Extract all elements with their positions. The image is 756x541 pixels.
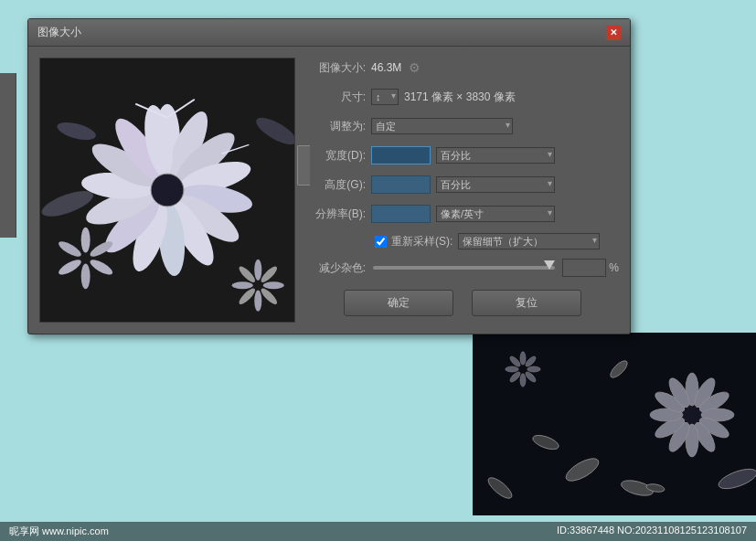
button-row: 确定 复位 — [306, 290, 619, 322]
ok-button[interactable]: 确定 — [344, 290, 453, 316]
noise-label: 减少杂色: — [306, 260, 366, 276]
adjust-select[interactable]: 自定 — [371, 118, 513, 134]
resample-label[interactable]: 重新采样(S): — [391, 234, 453, 249]
resample-row: 重新采样(S): 保留细节（扩大） 两次立方 — [306, 233, 619, 249]
dialog-body: 图像大小: 46.3M ⚙ 尺寸: ↕ 3171 像素 × 3830 像素 调整… — [28, 47, 630, 334]
noise-slider-thumb[interactable] — [544, 260, 555, 270]
reset-button[interactable]: 复位 — [472, 290, 581, 316]
dialog-title: 图像大小 — [37, 25, 81, 40]
dialog-titlebar: 图像大小 ✕ — [28, 19, 630, 47]
dimensions-dropdown[interactable]: ↕ — [371, 89, 399, 105]
svg-point-14 — [520, 352, 526, 365]
watermark-left: 昵享网 www.nipic.com — [9, 525, 109, 538]
height-row: 高度(G): 100 百分比 像素 — [306, 175, 619, 195]
svg-point-18 — [520, 374, 526, 387]
image-size-value: 46.3M — [371, 61, 401, 74]
resolution-label: 分辨率(B): — [306, 207, 366, 222]
svg-point-61 — [232, 281, 253, 289]
svg-point-57 — [263, 281, 284, 289]
resolution-unit-select[interactable]: 像素/英寸 像素/厘米 — [436, 206, 555, 222]
width-unit-select[interactable]: 百分比 像素 — [436, 147, 555, 164]
width-row: 宽度(D): 100 百分比 像素 — [306, 145, 619, 165]
dimensions-label: 尺寸: — [306, 90, 366, 105]
svg-point-52 — [81, 263, 91, 289]
width-input[interactable]: 100 — [371, 146, 431, 164]
dimensions-value: 3171 像素 × 3830 像素 — [404, 90, 516, 105]
bottom-image-panel — [473, 333, 756, 515]
svg-point-49 — [81, 228, 91, 253]
resample-checkbox[interactable] — [375, 236, 387, 248]
form-area: 图像大小: 46.3M ⚙ 尺寸: ↕ 3171 像素 × 3830 像素 调整… — [306, 58, 619, 323]
resolution-input[interactable]: 200 — [371, 205, 431, 223]
preview-image — [39, 58, 295, 323]
watermark-bar: 昵享网 www.nipic.com ID:33867448 NO:2023110… — [0, 522, 756, 541]
image-size-label: 图像大小: — [306, 60, 366, 76]
resolution-row: 分辨率(B): 200 像素/英寸 像素/厘米 — [306, 204, 619, 224]
height-label: 高度(G): — [306, 177, 366, 193]
svg-point-48 — [151, 174, 184, 207]
watermark-right: ID:33867448 NO:20231108125123108107 — [557, 525, 747, 538]
noise-input[interactable]: 100 — [562, 259, 606, 277]
svg-point-16 — [527, 366, 540, 372]
resample-method-select[interactable]: 保留细节（扩大） 两次立方 — [458, 233, 600, 249]
left-panel — [0, 73, 16, 238]
noise-slider-track[interactable] — [373, 266, 555, 270]
width-label: 宽度(D): — [306, 148, 366, 164]
height-input[interactable]: 100 — [371, 175, 431, 194]
noise-row: 减少杂色: 100 % — [306, 259, 619, 277]
image-size-row: 图像大小: 46.3M ⚙ — [306, 58, 619, 78]
height-unit-select[interactable]: 百分比 像素 — [436, 176, 555, 193]
dimensions-row: 尺寸: ↕ 3171 像素 × 3830 像素 — [306, 87, 619, 107]
dialog: 图像大小 ✕ — [27, 18, 631, 334]
adjust-label: 调整为: — [306, 119, 366, 134]
close-button[interactable]: ✕ — [606, 26, 621, 40]
svg-point-59 — [254, 291, 261, 312]
adjust-row: 调整为: 自定 — [306, 116, 619, 136]
svg-point-20 — [506, 366, 518, 372]
noise-percent: % — [609, 261, 619, 274]
gear-icon[interactable]: ⚙ — [409, 60, 421, 75]
svg-point-55 — [254, 260, 261, 281]
